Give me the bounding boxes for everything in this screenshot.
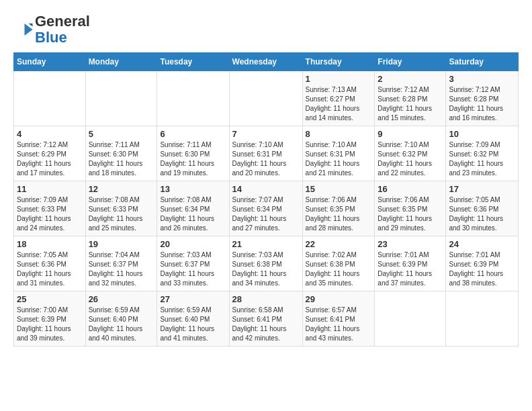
day-info: Sunrise: 6:58 AM Sunset: 6:41 PM Dayligh… — [232, 306, 300, 343]
day-number: 28 — [232, 294, 300, 304]
day-number: 2 — [378, 74, 443, 84]
column-header-tuesday: Tuesday — [157, 53, 229, 71]
calendar-cell: 11Sunrise: 7:09 AM Sunset: 6:33 PM Dayli… — [14, 181, 86, 236]
day-info: Sunrise: 7:13 AM Sunset: 6:27 PM Dayligh… — [306, 85, 372, 123]
header: General Blue — [13, 13, 519, 46]
day-number: 11 — [17, 184, 83, 194]
calendar-cell: 2Sunrise: 7:12 AM Sunset: 6:28 PM Daylig… — [375, 71, 446, 126]
day-number: 9 — [378, 129, 443, 139]
calendar-cell — [229, 71, 302, 126]
day-number: 27 — [160, 294, 226, 304]
day-info: Sunrise: 7:01 AM Sunset: 6:39 PM Dayligh… — [378, 250, 443, 288]
day-info: Sunrise: 7:12 AM Sunset: 6:29 PM Dayligh… — [17, 140, 83, 178]
calendar-cell: 4Sunrise: 7:12 AM Sunset: 6:29 PM Daylig… — [14, 126, 86, 181]
day-info: Sunrise: 7:03 AM Sunset: 6:37 PM Dayligh… — [160, 250, 226, 288]
calendar-cell: 5Sunrise: 7:11 AM Sunset: 6:30 PM Daylig… — [85, 126, 157, 181]
day-number: 22 — [306, 239, 372, 249]
calendar-cell: 25Sunrise: 7:00 AM Sunset: 6:39 PM Dayli… — [14, 291, 86, 347]
day-number: 6 — [160, 129, 226, 139]
day-info: Sunrise: 6:59 AM Sunset: 6:40 PM Dayligh… — [160, 306, 226, 343]
day-number: 25 — [17, 294, 83, 304]
day-number: 7 — [232, 129, 300, 139]
day-info: Sunrise: 7:02 AM Sunset: 6:38 PM Dayligh… — [306, 250, 372, 288]
calendar-cell: 29Sunrise: 6:57 AM Sunset: 6:41 PM Dayli… — [302, 291, 375, 347]
day-info: Sunrise: 7:10 AM Sunset: 6:32 PM Dayligh… — [378, 140, 443, 178]
calendar-cell: 23Sunrise: 7:01 AM Sunset: 6:39 PM Dayli… — [375, 236, 446, 291]
column-header-thursday: Thursday — [302, 53, 375, 71]
day-number: 23 — [378, 239, 443, 249]
day-number: 16 — [378, 184, 443, 194]
day-info: Sunrise: 7:09 AM Sunset: 6:33 PM Dayligh… — [17, 195, 83, 233]
calendar-cell: 13Sunrise: 7:08 AM Sunset: 6:34 PM Dayli… — [157, 181, 229, 236]
day-info: Sunrise: 7:10 AM Sunset: 6:31 PM Dayligh… — [306, 140, 372, 178]
day-info: Sunrise: 7:00 AM Sunset: 6:39 PM Dayligh… — [17, 306, 83, 343]
day-info: Sunrise: 6:59 AM Sunset: 6:40 PM Dayligh… — [89, 306, 154, 343]
logo-icon — [13, 19, 34, 40]
day-info: Sunrise: 7:01 AM Sunset: 6:39 PM Dayligh… — [449, 250, 515, 288]
day-number: 19 — [89, 239, 154, 249]
day-info: Sunrise: 6:57 AM Sunset: 6:41 PM Dayligh… — [306, 306, 372, 343]
day-number: 17 — [449, 184, 515, 194]
day-number: 5 — [89, 129, 154, 139]
day-number: 1 — [306, 74, 372, 84]
calendar-week-4: 18Sunrise: 7:05 AM Sunset: 6:36 PM Dayli… — [14, 236, 519, 291]
calendar-cell: 21Sunrise: 7:03 AM Sunset: 6:38 PM Dayli… — [229, 236, 302, 291]
calendar-cell — [85, 71, 157, 126]
day-number: 13 — [160, 184, 226, 194]
calendar-cell — [14, 71, 86, 126]
day-info: Sunrise: 7:03 AM Sunset: 6:38 PM Dayligh… — [232, 250, 300, 288]
day-number: 4 — [17, 129, 83, 139]
day-number: 10 — [449, 129, 515, 139]
day-info: Sunrise: 7:06 AM Sunset: 6:35 PM Dayligh… — [306, 195, 372, 233]
calendar-week-5: 25Sunrise: 7:00 AM Sunset: 6:39 PM Dayli… — [14, 291, 519, 347]
day-info: Sunrise: 7:06 AM Sunset: 6:35 PM Dayligh… — [378, 195, 443, 233]
calendar-cell: 12Sunrise: 7:08 AM Sunset: 6:33 PM Dayli… — [85, 181, 157, 236]
day-info: Sunrise: 7:10 AM Sunset: 6:31 PM Dayligh… — [232, 140, 300, 178]
calendar-cell: 26Sunrise: 6:59 AM Sunset: 6:40 PM Dayli… — [85, 291, 157, 347]
column-header-wednesday: Wednesday — [229, 53, 302, 71]
column-header-saturday: Saturday — [446, 53, 519, 71]
day-number: 26 — [89, 294, 154, 304]
day-info: Sunrise: 7:08 AM Sunset: 6:33 PM Dayligh… — [89, 195, 154, 233]
column-header-friday: Friday — [375, 53, 446, 71]
calendar-cell — [157, 71, 229, 126]
day-number: 15 — [306, 184, 372, 194]
calendar-cell: 14Sunrise: 7:07 AM Sunset: 6:34 PM Dayli… — [229, 181, 302, 236]
day-info: Sunrise: 7:05 AM Sunset: 6:36 PM Dayligh… — [17, 250, 83, 288]
day-number: 21 — [232, 239, 300, 249]
column-header-sunday: Sunday — [14, 53, 86, 71]
calendar-cell: 6Sunrise: 7:11 AM Sunset: 6:30 PM Daylig… — [157, 126, 229, 181]
calendar-cell: 15Sunrise: 7:06 AM Sunset: 6:35 PM Dayli… — [302, 181, 375, 236]
calendar-cell: 27Sunrise: 6:59 AM Sunset: 6:40 PM Dayli… — [157, 291, 229, 347]
column-header-monday: Monday — [85, 53, 157, 71]
logo-text: General Blue — [35, 13, 90, 46]
day-info: Sunrise: 7:08 AM Sunset: 6:34 PM Dayligh… — [160, 195, 226, 233]
day-number: 14 — [232, 184, 300, 194]
calendar-cell: 7Sunrise: 7:10 AM Sunset: 6:31 PM Daylig… — [229, 126, 302, 181]
day-info: Sunrise: 7:12 AM Sunset: 6:28 PM Dayligh… — [449, 85, 515, 123]
day-info: Sunrise: 7:05 AM Sunset: 6:36 PM Dayligh… — [449, 195, 515, 233]
day-number: 24 — [449, 239, 515, 249]
day-info: Sunrise: 7:11 AM Sunset: 6:30 PM Dayligh… — [160, 140, 226, 178]
calendar-cell: 28Sunrise: 6:58 AM Sunset: 6:41 PM Dayli… — [229, 291, 302, 347]
calendar-cell — [375, 291, 446, 347]
calendar-week-2: 4Sunrise: 7:12 AM Sunset: 6:29 PM Daylig… — [14, 126, 519, 181]
calendar-cell: 16Sunrise: 7:06 AM Sunset: 6:35 PM Dayli… — [375, 181, 446, 236]
day-number: 20 — [160, 239, 226, 249]
calendar-table: SundayMondayTuesdayWednesdayThursdayFrid… — [13, 52, 519, 347]
day-number: 8 — [306, 129, 372, 139]
calendar-cell: 19Sunrise: 7:04 AM Sunset: 6:37 PM Dayli… — [85, 236, 157, 291]
calendar-week-3: 11Sunrise: 7:09 AM Sunset: 6:33 PM Dayli… — [14, 181, 519, 236]
calendar-cell: 18Sunrise: 7:05 AM Sunset: 6:36 PM Dayli… — [14, 236, 86, 291]
day-number: 3 — [449, 74, 515, 84]
logo: General Blue — [13, 13, 90, 46]
calendar-cell: 1Sunrise: 7:13 AM Sunset: 6:27 PM Daylig… — [302, 71, 375, 126]
day-info: Sunrise: 7:09 AM Sunset: 6:32 PM Dayligh… — [449, 140, 515, 178]
day-number: 18 — [17, 239, 83, 249]
calendar-cell: 8Sunrise: 7:10 AM Sunset: 6:31 PM Daylig… — [302, 126, 375, 181]
calendar-cell: 3Sunrise: 7:12 AM Sunset: 6:28 PM Daylig… — [446, 71, 519, 126]
day-number: 29 — [306, 294, 372, 304]
calendar-week-1: 1Sunrise: 7:13 AM Sunset: 6:27 PM Daylig… — [14, 71, 519, 126]
calendar-cell: 24Sunrise: 7:01 AM Sunset: 6:39 PM Dayli… — [446, 236, 519, 291]
calendar-cell: 20Sunrise: 7:03 AM Sunset: 6:37 PM Dayli… — [157, 236, 229, 291]
